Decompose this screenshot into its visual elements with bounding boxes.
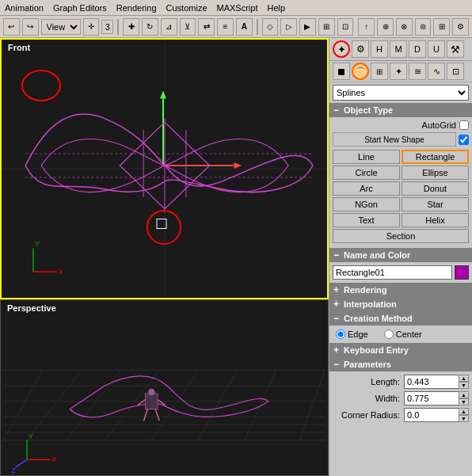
object-type-header[interactable]: − Object Type (329, 103, 472, 117)
width-spin-up[interactable]: ▲ (459, 391, 469, 398)
menu-bar: Animation Graph Editors Rendering Custom… (0, 0, 472, 16)
move2-button[interactable]: ↑ (358, 18, 375, 36)
interpolation-label: Interpolation (344, 299, 397, 309)
width-spin-down[interactable]: ▼ (459, 398, 469, 406)
text-shape-label: Text (358, 215, 374, 225)
tool2[interactable]: ⊜ (415, 18, 432, 36)
view-dropdown[interactable]: View (41, 19, 81, 35)
start-new-shape-checkbox[interactable] (459, 135, 469, 145)
mirror-button[interactable]: ⇄ (198, 18, 215, 36)
menu-customize[interactable]: Customize (166, 3, 207, 13)
display-icon[interactable]: D (409, 40, 426, 58)
render2-button[interactable]: ▶ (299, 18, 316, 36)
star-button[interactable]: Star (402, 197, 469, 211)
interpolation-header[interactable]: + Interpolation (329, 297, 472, 311)
svg-line-20 (27, 370, 82, 440)
tool3[interactable]: ⊞ (433, 18, 450, 36)
viewport-front[interactable]: Front X Y (0, 38, 329, 299)
center-radio[interactable] (384, 329, 394, 339)
nurbs-icon[interactable]: ∿ (428, 63, 445, 80)
render4-button[interactable]: ⊡ (337, 18, 354, 36)
start-new-shape-row: Start New Shape (333, 132, 469, 147)
undo-button[interactable]: ↩ (3, 18, 20, 36)
circle-button[interactable]: Circle (333, 166, 400, 180)
viewport-perspective[interactable]: Perspective (0, 299, 329, 476)
arc-button[interactable]: Arc (333, 181, 400, 196)
menu-rendering[interactable]: Rendering (116, 3, 157, 13)
select-button[interactable]: ✛ (83, 18, 100, 36)
rotate-button[interactable]: ↻ (142, 18, 158, 36)
object-type-label: Object Type (344, 105, 393, 115)
color-swatch[interactable] (455, 265, 469, 280)
redo-button[interactable]: ↪ (22, 18, 39, 36)
length-spin-up[interactable]: ▲ (459, 375, 469, 382)
interpolation-plus-icon: + (333, 299, 339, 310)
dynamics-icon[interactable]: ⊡ (447, 63, 464, 80)
corner-radius-label: Corner Radius: (333, 410, 404, 420)
section-button[interactable]: Section (333, 229, 469, 243)
render3-button[interactable]: ⊞ (318, 18, 335, 36)
parameters-header[interactable]: − Parameters (329, 357, 472, 371)
donut-button[interactable]: Donut (402, 181, 469, 196)
rectangle-button[interactable]: Rectangle (402, 150, 469, 164)
move-button[interactable]: ✚ (123, 18, 139, 36)
creation-method-header[interactable]: − Creation Method (329, 311, 472, 326)
ellipse-button[interactable]: Ellipse (402, 166, 469, 180)
name-color-content (329, 262, 472, 283)
geometry-icon[interactable]: ◼ (333, 63, 350, 80)
corner-radius-spin-down[interactable]: ▼ (459, 415, 469, 422)
render-button[interactable]: ▷ (280, 18, 297, 36)
motion-icon[interactable]: M (390, 40, 407, 58)
ellipse-label: Ellipse (422, 168, 447, 177)
name-color-header[interactable]: − Name and Color (329, 248, 472, 262)
text-shape-button[interactable]: Text (333, 213, 400, 227)
center-option[interactable]: Center (384, 329, 422, 339)
menu-maxscript[interactable]: MAXScript (217, 3, 258, 13)
svg-point-40 (148, 389, 154, 395)
rendering-header[interactable]: + Rendering (329, 283, 472, 297)
material-button[interactable]: ◇ (262, 18, 279, 36)
edge-option[interactable]: Edge (336, 329, 368, 339)
snap-button[interactable]: ⊕ (377, 18, 394, 36)
line-button[interactable]: Line (333, 150, 400, 164)
scale-button[interactable]: ⊿ (161, 18, 177, 36)
text-button[interactable]: A (236, 18, 253, 36)
menu-graph-editors[interactable]: Graph Editors (53, 3, 107, 13)
corner-radius-input-wrap: ▲ ▼ (404, 408, 469, 422)
length-label: Length: (333, 377, 404, 387)
number-badge: 3 (101, 20, 113, 34)
extra-icon[interactable]: ⚒ (447, 40, 464, 58)
edge-radio[interactable] (336, 329, 345, 339)
corner-radius-spin-up[interactable]: ▲ (459, 408, 469, 415)
helix-button[interactable]: Helix (402, 213, 469, 227)
panel-icons-row2: ◼ ⌒ ⊞ ✦ ≋ ∿ ⊡ (329, 61, 472, 82)
particle-icon[interactable]: ✦ (390, 63, 407, 80)
creation-minus-icon: − (333, 313, 339, 324)
splines-dropdown[interactable]: Splines (333, 85, 469, 101)
width-row: Width: ▲ ▼ (333, 391, 469, 406)
spline-icon[interactable]: ⌒ (352, 63, 369, 80)
create-icon[interactable]: ✦ (333, 40, 350, 58)
svg-line-25 (245, 370, 276, 440)
menu-animation[interactable]: Animation (5, 3, 44, 13)
keyboard-entry-header[interactable]: + Keyboard Entry (329, 343, 472, 357)
patch-icon[interactable]: ≋ (409, 63, 426, 80)
tool4[interactable]: ⚙ (452, 18, 469, 36)
svg-line-21 (66, 370, 120, 440)
align-button[interactable]: ≡ (217, 18, 234, 36)
compound-icon[interactable]: ⊞ (371, 63, 388, 80)
utility-icon[interactable]: U (428, 40, 445, 58)
menu-help[interactable]: Help (268, 3, 286, 13)
scale2-button[interactable]: ⊻ (180, 18, 196, 36)
tool1[interactable]: ⊗ (396, 18, 413, 36)
autogrid-checkbox[interactable] (459, 120, 469, 130)
params-content: Length: ▲ ▼ Width: ▲ ▼ (329, 371, 472, 428)
ngon-button[interactable]: NGon (333, 197, 400, 211)
modify-icon[interactable]: ⚙ (352, 40, 369, 58)
length-spin-down[interactable]: ▼ (459, 382, 469, 389)
section-label: Section (386, 231, 416, 241)
hierarchy-icon[interactable]: H (371, 40, 388, 58)
name-color-row (333, 265, 469, 280)
start-new-shape-button[interactable]: Start New Shape (333, 132, 456, 147)
object-name-input[interactable] (333, 265, 452, 280)
